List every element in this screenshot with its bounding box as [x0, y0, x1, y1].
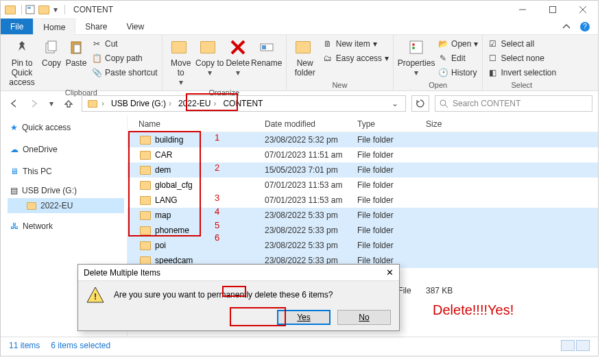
breadcrumb[interactable]: › USB Drive (G:)› 2022-EU› CONTENT ⌄	[82, 95, 406, 112]
new-folder-button[interactable]: New folder	[291, 36, 320, 77]
group-label-select: Select	[487, 81, 556, 89]
history-icon: 🕑	[437, 67, 448, 78]
new-folder-label: New folder	[291, 58, 320, 77]
file-date: 23/08/2022 5:33 pm	[265, 241, 357, 250]
svg-point-15	[412, 43, 415, 46]
status-item-count: 11 items	[9, 341, 40, 350]
file-name: CAR	[155, 150, 172, 160]
up-button[interactable]	[61, 96, 76, 111]
select-all-icon: ☑	[487, 38, 498, 49]
nav-2022-eu[interactable]: 2022-EU	[8, 198, 124, 213]
file-row[interactable]: phoneme23/08/2022 5:33 pmFile folder	[128, 223, 598, 238]
dialog-no-button[interactable]: No	[337, 310, 391, 325]
delete-button[interactable]: Delete ▾	[224, 36, 252, 77]
folder-icon	[140, 151, 151, 160]
paste-shortcut-button[interactable]: 📎Paste shortcut	[91, 66, 158, 79]
file-date: 23/08/2022 5:33 pm	[265, 226, 357, 235]
easy-access-button[interactable]: 🗂Easy access▾	[322, 52, 389, 64]
copy-to-button[interactable]: Copy to ▾	[195, 36, 224, 77]
nav-onedrive[interactable]: ☁ OneDrive	[8, 142, 124, 157]
ribbon-group-select: ☑Select all ☐Select none ◧Invert selecti…	[483, 35, 560, 90]
file-row[interactable]: CAR07/01/2023 11:51 amFile folder	[128, 147, 598, 162]
warning-icon: !	[86, 287, 104, 303]
invert-selection-button[interactable]: ◧Invert selection	[487, 66, 556, 79]
recent-dropdown[interactable]: ▾	[47, 96, 56, 111]
properties-icon	[407, 38, 426, 57]
search-input[interactable]: Search CONTENT	[435, 95, 592, 112]
explorer-window: ▾ CONTENT File Home Share View ?	[0, 0, 599, 356]
col-header-size[interactable]: Size	[426, 119, 494, 129]
paste-shortcut-icon: 📎	[91, 67, 102, 78]
crumb-seg2[interactable]: CONTENT	[220, 99, 265, 108]
file-row[interactable]: global_cfg07/01/2023 11:53 amFile folder	[128, 178, 598, 193]
move-to-button[interactable]: Move to ▾	[167, 36, 195, 87]
file-date: 23/08/2022 5:32 pm	[265, 135, 357, 145]
maximize-button[interactable]	[538, 1, 568, 19]
tab-file[interactable]: File	[1, 19, 33, 34]
crumb-drive[interactable]: USB Drive (G:)›	[108, 99, 174, 108]
separator	[64, 5, 65, 14]
file-date: 23/08/2022 5:33 pm	[265, 210, 357, 220]
file-row[interactable]: map23/08/2022 5:33 pmFile folder	[128, 208, 598, 223]
paste-button[interactable]: Paste	[64, 36, 88, 68]
cloud-icon: ☁	[10, 145, 19, 154]
select-none-button[interactable]: ☐Select none	[487, 52, 556, 64]
col-header-date[interactable]: Date modified	[265, 119, 357, 129]
nav-this-pc[interactable]: 🖥 This PC	[8, 164, 124, 179]
crumb-seg1[interactable]: 2022-EU›	[176, 99, 219, 108]
nav-usb-drive[interactable]: ▤ USB Drive (G:)	[8, 183, 124, 198]
file-row[interactable]: building23/08/2022 5:32 pmFile folder	[128, 132, 598, 147]
separator	[21, 5, 22, 14]
rename-button[interactable]: Rename	[252, 36, 282, 68]
close-button[interactable]	[568, 1, 598, 19]
dialog-yes-button[interactable]: Yes	[277, 310, 331, 325]
view-details-button[interactable]	[561, 340, 575, 351]
col-header-type[interactable]: Type	[357, 119, 426, 129]
new-item-button[interactable]: 🗎New item▾	[322, 38, 389, 50]
nav-network[interactable]: 🖧 Network	[8, 219, 124, 234]
file-row[interactable]: dem15/05/2023 7:01 pmFile folder	[128, 162, 598, 178]
qat-properties-icon[interactable]	[25, 4, 36, 15]
ribbon-group-new: New folder 🗎New item▾ 🗂Easy access▾ New	[287, 35, 394, 90]
select-all-button[interactable]: ☑Select all	[487, 38, 556, 50]
nav-quick-access[interactable]: ★ Quick access	[8, 120, 124, 135]
copy-path-button[interactable]: 📋Copy path	[91, 52, 158, 64]
tab-share[interactable]: Share	[75, 19, 117, 34]
invert-selection-icon: ◧	[487, 67, 498, 78]
dialog-close-button[interactable]: ✕	[386, 265, 394, 281]
view-large-button[interactable]	[576, 340, 590, 351]
svg-text:!: !	[94, 292, 97, 302]
properties-label: Properties	[398, 58, 435, 68]
file-name: dem	[155, 165, 171, 175]
minimize-button[interactable]	[507, 1, 538, 19]
ribbon: Pin to Quick access Copy Paste ✂Cut 📋Cop…	[1, 35, 598, 91]
copy-button[interactable]: Copy	[39, 36, 64, 68]
history-button[interactable]: 🕑History	[437, 66, 478, 79]
tab-home[interactable]: Home	[33, 19, 75, 35]
properties-button[interactable]: Properties ▾	[398, 36, 435, 77]
tab-view[interactable]: View	[117, 19, 154, 34]
forward-button[interactable]	[27, 96, 42, 111]
refresh-button[interactable]	[411, 95, 429, 112]
back-button[interactable]	[6, 96, 21, 111]
folder-icon	[140, 136, 151, 145]
ribbon-tabs: File Home Share View ?	[1, 19, 598, 35]
file-row[interactable]: LANG07/01/2023 11:53 amFile folder	[128, 193, 598, 208]
cut-button[interactable]: ✂Cut	[91, 38, 158, 50]
pin-quick-access-button[interactable]: Pin to Quick access	[5, 36, 39, 87]
col-header-name[interactable]: Name	[128, 119, 265, 129]
star-icon: ★	[10, 123, 18, 132]
svg-point-16	[412, 47, 415, 49]
qat-dropdown-icon[interactable]: ▾	[52, 4, 59, 15]
qat-newfolder-icon[interactable]	[38, 4, 49, 15]
edit-button[interactable]: ✎Edit	[437, 52, 478, 64]
minimize-ribbon-button[interactable]	[562, 23, 571, 31]
search-placeholder: Search CONTENT	[453, 99, 520, 108]
help-button[interactable]: ?	[580, 22, 590, 32]
folder-icon	[140, 181, 151, 190]
breadcrumb-dropdown-icon[interactable]: ⌄	[392, 99, 398, 108]
copy-label: Copy	[42, 58, 61, 68]
network-icon: 🖧	[10, 221, 19, 231]
open-button[interactable]: 📂Open▾	[437, 38, 478, 50]
file-row[interactable]: poi23/08/2022 5:33 pmFile folder	[128, 238, 598, 253]
